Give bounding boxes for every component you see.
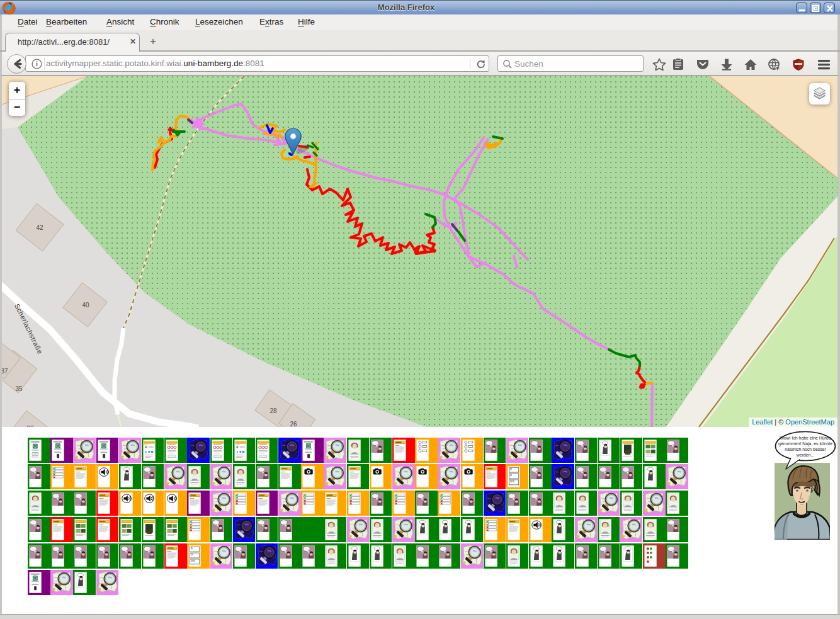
svg-text:natürlich noch besser: natürlich noch besser <box>785 447 826 451</box>
svg-text:28: 28 <box>270 407 277 414</box>
svg-text:genommen! Naja, es könnte: genommen! Naja, es könnte <box>778 441 832 446</box>
svg-text:werden...: werden... <box>796 453 814 457</box>
svg-text:33: 33 <box>26 425 34 427</box>
svg-text:42: 42 <box>36 224 43 231</box>
svg-text:37: 37 <box>2 368 8 375</box>
svg-text:40: 40 <box>82 302 89 309</box>
svg-text:Wow! Ich habe eine Hürde: Wow! Ich habe eine Hürde <box>780 436 831 440</box>
svg-text:35: 35 <box>15 385 23 392</box>
svg-text:26: 26 <box>290 421 297 427</box>
